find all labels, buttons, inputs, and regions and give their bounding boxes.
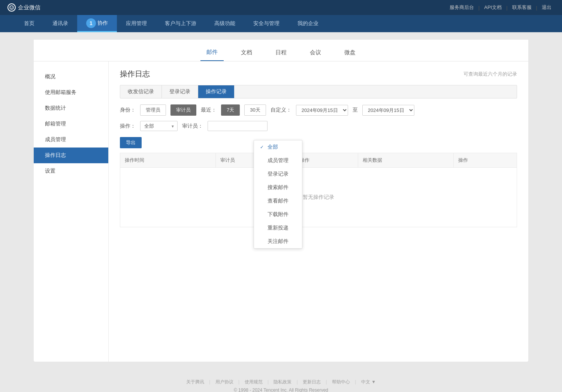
col-op: 操作 [295, 153, 358, 168]
nav-item-enterprise[interactable]: 我的企业 [288, 15, 327, 32]
export-row: 导出 [120, 137, 517, 148]
content-wrapper: 邮件 文档 日程 会议 微盘 概况 使用邮箱服务 数据统计 邮箱管理 成员管理 … [34, 40, 528, 362]
inner-tab-op-record[interactable]: 操作记录 [198, 85, 234, 98]
logo-icon [7, 3, 16, 12]
dropdown-item-search-mail[interactable]: 搜索邮件 [254, 181, 302, 194]
sidebar-item-mail-service[interactable]: 使用邮箱服务 [34, 85, 108, 100]
nav-item-security[interactable]: 安全与管理 [244, 15, 288, 32]
identity-btn-admin[interactable]: 管理员 [140, 104, 166, 116]
nav-item-home[interactable]: 首页 [15, 15, 43, 32]
divider3: | [536, 5, 537, 10]
footer-help[interactable]: 帮助中心 [332, 379, 350, 385]
page-hint: 可查询最近六个月的记录 [463, 71, 517, 78]
sub-tab-meeting[interactable]: 会议 [304, 46, 327, 61]
nav-item-app-mgmt[interactable]: 应用管理 [117, 15, 156, 32]
sidebar: 概况 使用邮箱服务 数据统计 邮箱管理 成员管理 操作日志 设置 [34, 61, 109, 362]
top-bar-links: 服务商后台 | API文档 | 联系客服 | 退出 [447, 4, 555, 11]
contact-link[interactable]: 联系客服 [509, 4, 535, 11]
sidebar-item-settings[interactable]: 设置 [34, 163, 108, 179]
sub-tab-mail[interactable]: 邮件 [200, 46, 224, 61]
service-backend-link[interactable]: 服务商后台 [447, 4, 477, 11]
main-content: 概况 使用邮箱服务 数据统计 邮箱管理 成员管理 操作日志 设置 操作日志 可查… [34, 61, 528, 362]
auditor-label: 审计员： [182, 123, 203, 130]
divider1: | [478, 5, 480, 10]
footer-lang[interactable]: 中文 ▼ [361, 379, 376, 385]
recent-label: 最近： [201, 107, 217, 113]
check-icon: ✓ [260, 145, 265, 150]
logo-text: 企业微信 [18, 4, 40, 11]
recent-btn-30days[interactable]: 30天 [244, 104, 266, 116]
dropdown-item-login-record[interactable]: 登录记录 [254, 167, 302, 181]
logo: 企业微信 [7, 3, 40, 12]
dropdown-item-download-attachment[interactable]: 下载附件 [254, 208, 302, 221]
sub-tab-calendar[interactable]: 日程 [269, 46, 293, 61]
end-date-select[interactable]: 2024年09月15日 [362, 105, 414, 116]
sub-tab-docs[interactable]: 文档 [235, 46, 258, 61]
sidebar-item-op-log[interactable]: 操作日志 [34, 148, 108, 163]
footer-links: 关于腾讯 | 用户协议 | 使用规范 | 隐私政策 | 更新日志 | 帮助中心 … [0, 378, 562, 386]
col-op-time: 操作时间 [120, 153, 216, 168]
main-nav: 首页 通讯录 1 协作 应用管理 客户与上下游 高级功能 安全与管理 我的企业 [0, 15, 562, 32]
logout-link[interactable]: 退出 [539, 4, 555, 11]
data-table: 操作时间 审计员 操作 相关数据 操作 暂无操作记录 [120, 153, 517, 227]
nav-item-customer[interactable]: 客户与上下游 [156, 15, 205, 32]
recent-btn-7days[interactable]: 7天 [221, 104, 240, 116]
start-date-select[interactable]: 2024年09月15日 [296, 105, 348, 116]
footer: 关于腾讯 | 用户协议 | 使用规范 | 隐私政策 | 更新日志 | 帮助中心 … [0, 369, 562, 392]
operation-dropdown: ✓ 全部 成员管理 登录记录 搜索邮件 查看邮件 [254, 140, 302, 249]
footer-usage-rules[interactable]: 使用规范 [245, 379, 263, 385]
sub-tabs: 邮件 文档 日程 会议 微盘 [34, 40, 528, 61]
nav-item-advanced[interactable]: 高级功能 [205, 15, 244, 32]
footer-changelog[interactable]: 更新日志 [303, 379, 321, 385]
inner-tab-login[interactable]: 登录记录 [162, 85, 198, 98]
right-content: 操作日志 可查询最近六个月的记录 收发信记录 登录记录 操作记录 身份： 管理员… [109, 61, 528, 362]
nav-item-contacts[interactable]: 通讯录 [43, 15, 77, 32]
dropdown-item-all[interactable]: ✓ 全部 [254, 140, 302, 154]
export-button[interactable]: 导出 [120, 137, 142, 148]
empty-state: 暂无操作记录 [125, 171, 512, 223]
step-badge-1: 1 [86, 18, 96, 28]
filter-row-2: 操作： 全部 成员管理 登录记录 搜索邮件 查看邮件 下载附件 重新投递 关注邮… [120, 121, 517, 131]
sidebar-item-overview[interactable]: 概况 [34, 69, 108, 85]
footer-about[interactable]: 关于腾讯 [186, 379, 204, 385]
op-label: 操作： [120, 123, 136, 130]
sidebar-item-stats[interactable]: 数据统计 [34, 100, 108, 116]
col-related-data: 相关数据 [358, 153, 454, 168]
op-select[interactable]: 全部 成员管理 登录记录 搜索邮件 查看邮件 下载附件 重新投递 关注邮件 [140, 121, 178, 131]
footer-privacy[interactable]: 隐私政策 [274, 379, 291, 385]
top-bar: 企业微信 服务商后台 | API文档 | 联系客服 | 退出 [0, 0, 562, 15]
nav-item-collab-label: 协作 [97, 20, 108, 27]
sub-tab-disk[interactable]: 微盘 [338, 46, 362, 61]
sidebar-item-member-mgmt[interactable]: 成员管理 [34, 132, 108, 148]
custom-label: 自定义： [271, 107, 291, 113]
op-select-wrapper: 全部 成员管理 登录记录 搜索邮件 查看邮件 下载附件 重新投递 关注邮件 ▼ [140, 121, 178, 131]
filter-row-1: 身份： 管理员 审计员 最近： 7天 30天 自定义： 2024年09月15日 … [120, 104, 517, 116]
footer-user-agreement[interactable]: 用户协议 [215, 379, 233, 385]
dropdown-item-follow-mail[interactable]: 关注邮件 [254, 235, 302, 248]
sidebar-item-mailbox-mgmt[interactable]: 邮箱管理 [34, 116, 108, 132]
page-title-row: 操作日志 可查询最近六个月的记录 [120, 69, 517, 79]
dropdown-item-member-mgmt[interactable]: 成员管理 [254, 154, 302, 167]
to-text: 至 [353, 107, 358, 113]
svg-point-1 [10, 7, 11, 7]
inner-tab-send-recv[interactable]: 收发信记录 [120, 85, 162, 98]
svg-point-2 [12, 7, 13, 7]
nav-item-collab[interactable]: 1 协作 [77, 15, 117, 32]
api-doc-link[interactable]: API文档 [481, 4, 505, 11]
identity-btn-auditor[interactable]: 审计员 [170, 104, 196, 116]
footer-copyright: © 1998 - 2024 Tencent Inc. All Rights Re… [0, 386, 562, 392]
dropdown-item-resend[interactable]: 重新投递 [254, 221, 302, 235]
inner-tabs: 收发信记录 登录记录 操作记录 [120, 85, 517, 98]
page-title: 操作日志 [120, 69, 150, 79]
dropdown-item-view-mail[interactable]: 查看邮件 [254, 194, 302, 208]
identity-label: 身份： [120, 107, 136, 113]
col-action: 操作 [454, 153, 517, 168]
auditor-input[interactable] [208, 121, 268, 131]
divider2: | [506, 5, 507, 10]
